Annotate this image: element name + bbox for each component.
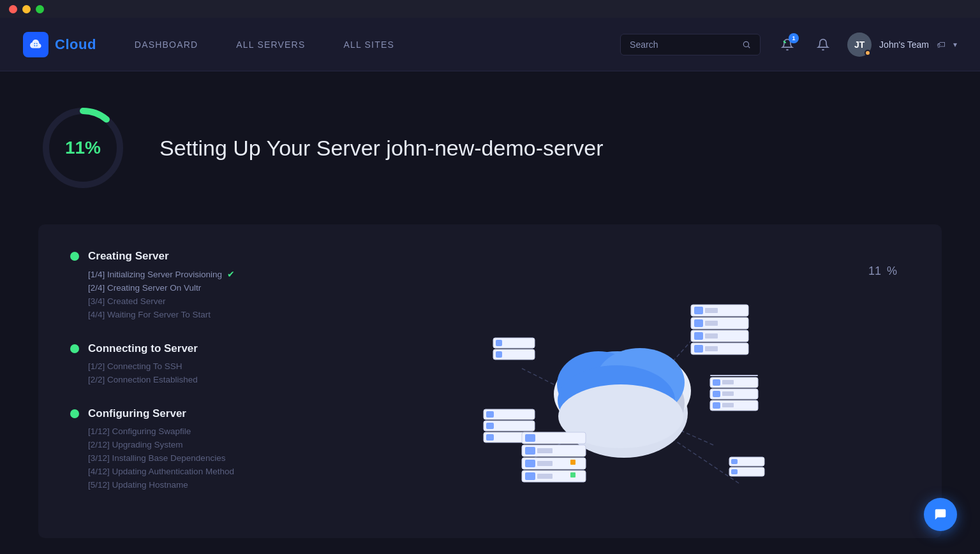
svg-rect-55 [525, 460, 535, 467]
logo-text: Cloud [55, 36, 96, 53]
svg-rect-35 [713, 391, 720, 397]
step-items-connecting: [1/2] Connecting To SSH [2/2] Connection… [70, 361, 338, 384]
svg-rect-48 [731, 469, 738, 474]
svg-rect-53 [537, 474, 553, 479]
nav-all-servers[interactable]: ALL SERVERS [236, 40, 305, 50]
list-item: [1/2] Connecting To SSH [88, 361, 338, 371]
nav-all-sites[interactable]: ALL SITES [343, 40, 394, 50]
svg-rect-42 [486, 434, 494, 441]
step-header-creating: Creating Server [70, 250, 338, 263]
list-item: [2/4] Creating Server On Vultr [88, 283, 338, 293]
svg-rect-33 [722, 403, 734, 407]
svg-rect-65 [496, 351, 502, 358]
svg-rect-24 [705, 333, 718, 339]
progress-circle: 11% [38, 103, 128, 193]
main-content: 11% Setting Up Your Server john-new-demo… [0, 71, 980, 554]
step-dot-creating [70, 252, 79, 261]
svg-rect-23 [694, 332, 703, 340]
logo-icon [23, 32, 48, 57]
list-item: [5/12] Updating Hostname [88, 480, 338, 490]
list-item: [1/12] Configuring Swapfile [88, 426, 338, 436]
chat-button[interactable] [924, 498, 957, 531]
svg-rect-62 [570, 472, 575, 477]
step-title-creating: Creating Server [88, 250, 169, 263]
user-name: John's Team [879, 40, 929, 50]
nav-dashboard[interactable]: DASHBOARD [135, 40, 198, 50]
step-title-configuring: Configuring Server [88, 407, 186, 420]
notification-badge: 1 [789, 33, 799, 43]
server-setup-title: Setting Up Your Server john-new-demo-ser… [160, 136, 603, 161]
svg-rect-44 [486, 423, 494, 429]
minimize-button[interactable] [22, 5, 31, 13]
list-item: [2/12] Upgrading System [88, 440, 338, 449]
steps-panel: Creating Server [1/4] Initializing Serve… [38, 224, 942, 538]
alerts-button[interactable] [812, 33, 835, 56]
nav-links: DASHBOARD ALL SERVERS ALL SITES [135, 40, 620, 50]
list-item: [3/4] Created Server [88, 296, 338, 306]
search-input[interactable] [630, 40, 736, 50]
svg-rect-21 [705, 346, 718, 351]
list-item: [1/4] Initializing Server Provisioning ✔ [88, 269, 338, 279]
notifications-button[interactable]: 1 [776, 33, 799, 56]
search-area[interactable] [620, 34, 761, 55]
step-header-configuring: Configuring Server [70, 407, 338, 420]
list-item: [3/12] Installing Base Dependencies [88, 453, 338, 463]
svg-rect-20 [694, 345, 703, 353]
step-items-configuring: [1/12] Configuring Swapfile [2/12] Upgra… [70, 426, 338, 490]
step-dot-configuring [70, 409, 79, 418]
svg-rect-61 [525, 434, 535, 442]
step-configuring-server: Configuring Server [1/12] Configuring Sw… [70, 407, 338, 490]
svg-rect-59 [537, 448, 553, 453]
step-title-connecting: Connecting to Server [88, 342, 198, 355]
svg-rect-27 [705, 321, 718, 326]
svg-rect-32 [713, 402, 720, 409]
svg-rect-63 [570, 460, 575, 465]
chevron-down-icon: ▾ [953, 40, 957, 49]
svg-rect-26 [694, 319, 703, 327]
svg-rect-36 [722, 391, 734, 396]
svg-rect-46 [486, 411, 494, 418]
svg-rect-52 [525, 472, 535, 480]
svg-point-1 [743, 41, 748, 47]
step-items-creating: [1/4] Initializing Server Provisioning ✔… [70, 269, 338, 319]
steps-illustration: 11 % [338, 250, 910, 513]
svg-rect-30 [705, 308, 718, 313]
team-icon: 🏷 [937, 40, 946, 50]
svg-rect-67 [496, 340, 502, 346]
step-header-connecting: Connecting to Server [70, 342, 338, 355]
search-icon [742, 40, 751, 50]
svg-rect-29 [694, 307, 703, 314]
list-item: [4/4] Waiting For Server To Start [88, 310, 338, 319]
close-button[interactable] [9, 5, 17, 13]
step-dot-connecting [70, 344, 79, 353]
progress-header: 11% Setting Up Your Server john-new-demo… [38, 103, 942, 193]
window-chrome [0, 0, 980, 18]
cloud-illustration [445, 266, 803, 496]
user-area[interactable]: JT John's Team 🏷 ▾ [847, 33, 957, 57]
navbar: Cloud DASHBOARD ALL SERVERS ALL SITES 1 [0, 18, 980, 71]
step-creating-server: Creating Server [1/4] Initializing Serve… [70, 250, 338, 319]
check-icon: ✔ [227, 269, 235, 279]
svg-rect-50 [731, 459, 738, 464]
avatar: JT [847, 33, 872, 57]
progress-percent-label: 11% [65, 138, 101, 158]
logo[interactable]: Cloud [23, 32, 96, 57]
svg-rect-58 [525, 447, 535, 455]
maximize-button[interactable] [36, 5, 44, 13]
svg-rect-38 [713, 379, 720, 386]
list-item: [4/12] Updating Authentication Method [88, 467, 338, 476]
svg-rect-56 [537, 461, 553, 466]
svg-rect-40 [710, 375, 758, 376]
list-item: [2/2] Connection Established [88, 375, 338, 384]
nav-icons: 1 [776, 33, 835, 56]
avatar-status [865, 50, 871, 56]
svg-rect-39 [722, 380, 734, 384]
steps-list: Creating Server [1/4] Initializing Serve… [70, 250, 338, 513]
step-connecting-server: Connecting to Server [1/2] Connecting To… [70, 342, 338, 384]
side-percent-badge: 11 % [868, 256, 897, 280]
